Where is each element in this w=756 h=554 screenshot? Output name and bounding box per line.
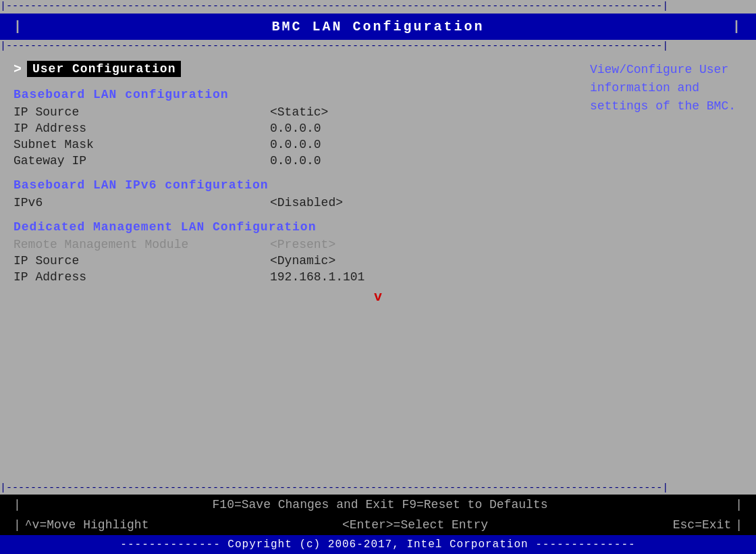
bottom-sep-dashes: ----------------------------------------… [6,482,662,494]
copyright-text: Copyright (c) 2006-2017, Intel Corporati… [227,538,528,551]
footer-row1-pipe: | [14,498,21,511]
title-text: BMC LAN Configuration [24,19,732,34]
menu-arrow: > [14,61,22,77]
subnet-mask-value: 0.0.0.0 [270,138,321,151]
footer-row2-pipe-right: | [735,518,742,532]
footer-keys-row2: | ^v=Move Highlight <Enter>=Select Entry… [0,515,756,535]
help-line3: settings of the BMC. [590,97,736,116]
top-border-line: |---------------------------------------… [0,0,756,14]
bottom-sep-pipe-right: | [662,482,668,494]
ipv6-label: IPv6 [14,196,270,209]
baseboard-lan-ipv6-heading[interactable]: Baseboard LAN IPv6 configuration [14,178,742,192]
subnet-mask-label: Subnet Mask [14,138,270,151]
ip-address-row: IP Address 0.0.0.0 [14,122,742,135]
gateway-ip-label: Gateway IP [14,154,270,168]
dedicated-ip-address-value: 192.168.1.101 [270,270,364,284]
dedicated-ip-source-row: IP Source <Dynamic> [14,254,742,268]
footer-row1-pipe-right: | [735,498,742,511]
footer-row2-pipe: | [14,518,21,532]
remote-management-module-value: <Present> [270,238,335,251]
ip-source-value: <Static> [270,105,328,119]
dedicated-ip-address-row: IP Address 192.168.1.101 [14,270,742,284]
top-border-pipe-right: | [662,1,668,12]
copyright-dashes-right: -------------- [535,538,635,551]
dedicated-ip-source-value: <Dynamic> [270,254,335,268]
user-configuration-item[interactable]: User Configuration [27,61,181,77]
copyright-dashes-left: -------------- [120,538,220,551]
subnet-mask-row: Subnet Mask 0.0.0.0 [14,138,742,151]
title-bar: | BMC LAN Configuration | [0,14,756,40]
footer: | F10=Save Changes and Exit F9=Reset to … [0,495,756,535]
top-border-pipe-left: | [0,1,6,12]
footer-keys-row1: | F10=Save Changes and Exit F9=Reset to … [0,495,756,515]
ip-address-label: IP Address [14,122,270,135]
title-bar-pipe-left: | [14,19,24,34]
border-pipe-left: | [0,41,6,52]
remote-management-module-row: Remote Management Module <Present> [14,238,742,251]
remote-management-module-label: Remote Management Module [14,238,270,251]
gateway-ip-row: Gateway IP 0.0.0.0 [14,154,742,168]
ipv6-row: IPv6 <Disabled> [14,196,742,209]
bottom-sep-pipe-left: | [0,482,6,494]
border-dashes: ----------------------------------------… [6,41,662,52]
dedicated-ip-address-label: IP Address [14,270,270,284]
dedicated-management-lan-section: Dedicated Management LAN Configuration R… [14,220,742,284]
title-bar-pipe-right: | [732,19,742,34]
main-content: View/Configure User information and sett… [0,53,756,482]
top-border-dashes: ----------------------------------------… [6,1,662,12]
help-line1: View/Configure User [590,61,736,79]
help-text: View/Configure User information and sett… [590,61,736,116]
footer-move-highlight: ^v=Move Highlight [25,518,200,532]
dedicated-management-lan-heading[interactable]: Dedicated Management LAN Configuration [14,220,742,234]
footer-select-entry: <Enter>=Select Entry [200,518,630,532]
help-line2: information and [590,79,736,97]
ip-address-value: 0.0.0.0 [270,122,321,135]
baseboard-lan-ipv6-section: Baseboard LAN IPv6 configuration IPv6 <D… [14,178,742,209]
copyright-bar: -------------- Copyright (c) 2006-2017, … [0,535,756,554]
scroll-indicator: v [14,289,742,305]
title-bottom-border: |---------------------------------------… [0,40,756,53]
bottom-separator-top: |---------------------------------------… [0,482,756,495]
ip-source-label: IP Source [14,105,270,119]
footer-keys-row1-text: F10=Save Changes and Exit F9=Reset to De… [25,498,735,511]
dedicated-ip-source-label: IP Source [14,254,270,268]
screen: |---------------------------------------… [0,0,756,554]
border-pipe-right: | [662,41,668,52]
footer-esc-exit: Esc=Exit [630,518,731,532]
gateway-ip-value: 0.0.0.0 [270,154,321,168]
ipv6-value: <Disabled> [270,196,343,209]
